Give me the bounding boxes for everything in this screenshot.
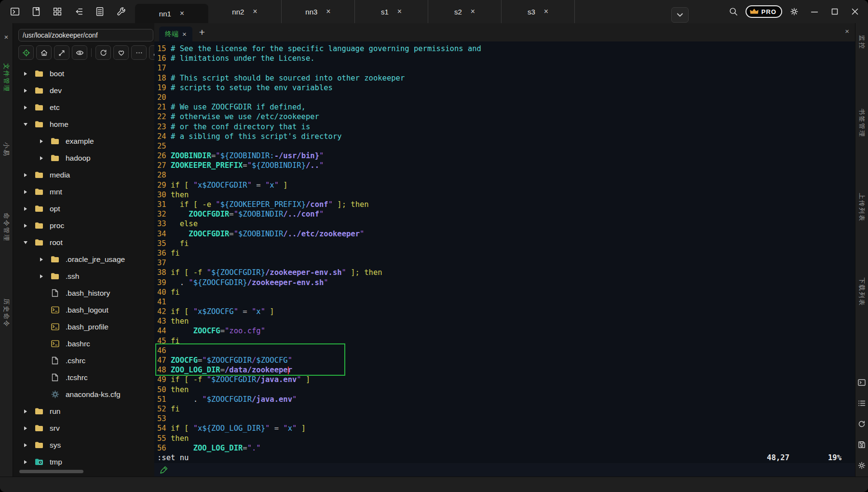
tree-expand-arrow[interactable] bbox=[39, 139, 44, 143]
minimize-button[interactable] bbox=[806, 3, 823, 20]
session-tab-s1[interactable]: s1× bbox=[355, 0, 428, 23]
session-tab-nn3[interactable]: nn3× bbox=[282, 0, 355, 23]
tree-expand-arrow[interactable] bbox=[23, 460, 28, 464]
sidebar-item-小易[interactable]: 小易 bbox=[2, 142, 11, 157]
refresh-button[interactable] bbox=[95, 45, 111, 60]
close-tab-icon[interactable]: × bbox=[326, 7, 330, 16]
tree-item-.bash_logout[interactable]: .bash_logout bbox=[13, 301, 154, 318]
locate-button[interactable] bbox=[18, 45, 34, 60]
tree-item-dev[interactable]: dev bbox=[13, 82, 154, 99]
tree-item-srv[interactable]: srv bbox=[13, 420, 154, 437]
session-tab-s3[interactable]: s3× bbox=[502, 0, 575, 23]
more-button[interactable] bbox=[131, 45, 147, 60]
tree-item-.oracle_jre_usage[interactable]: .oracle_jre_usage bbox=[13, 251, 154, 268]
tree-item-home[interactable]: home bbox=[13, 116, 154, 133]
code-segment: fi bbox=[171, 249, 180, 258]
list-button[interactable] bbox=[857, 399, 866, 408]
tree-expand-arrow[interactable] bbox=[39, 258, 44, 261]
sidebar-item-书签管理[interactable]: 书签管理 bbox=[857, 109, 866, 137]
settings-button[interactable] bbox=[786, 3, 802, 20]
close-sidebar-icon[interactable]: × bbox=[4, 33, 9, 41]
line-number: 34 bbox=[157, 229, 166, 239]
tree-item-boot[interactable]: boot bbox=[13, 65, 154, 82]
new-terminal-tab-button[interactable]: + bbox=[199, 27, 205, 38]
tree-expand-arrow[interactable] bbox=[23, 106, 28, 109]
path-input[interactable] bbox=[18, 29, 153, 41]
refresh-button[interactable] bbox=[857, 420, 866, 428]
collapse-tree-button[interactable] bbox=[70, 3, 87, 20]
tab-overflow-button[interactable] bbox=[671, 7, 689, 23]
sidebar-item-下载列表[interactable]: 下载列表 bbox=[857, 277, 866, 306]
maximize-button[interactable] bbox=[827, 3, 843, 20]
eye-button[interactable] bbox=[72, 45, 87, 60]
tree-item-example[interactable]: example bbox=[13, 133, 154, 150]
tree-item-.bash_profile[interactable]: .bash_profile bbox=[13, 318, 154, 335]
connect-button[interactable] bbox=[54, 45, 69, 60]
tree-expand-arrow[interactable] bbox=[23, 123, 28, 126]
close-tab-icon[interactable]: × bbox=[253, 7, 257, 16]
tree-expand-arrow[interactable] bbox=[23, 89, 28, 93]
heart-button[interactable] bbox=[113, 45, 129, 60]
search-button[interactable] bbox=[725, 3, 742, 20]
tree-expand-arrow[interactable] bbox=[23, 72, 28, 76]
close-terminal-panel-icon[interactable]: × bbox=[845, 27, 849, 35]
tree-item-mnt[interactable]: mnt bbox=[13, 183, 154, 200]
tree-item-anaconda-ks.cfg[interactable]: anaconda-ks.cfg bbox=[13, 386, 154, 403]
close-terminal-tab-icon[interactable]: × bbox=[182, 30, 187, 38]
tree-item-proc[interactable]: proc bbox=[13, 217, 154, 234]
tree-item-.ssh[interactable]: .ssh bbox=[13, 268, 154, 285]
tree-expand-arrow[interactable] bbox=[23, 241, 28, 244]
close-tab-icon[interactable]: × bbox=[397, 7, 402, 16]
session-tab-nn1[interactable]: nn1× bbox=[135, 4, 208, 23]
tree-item-root[interactable]: root bbox=[13, 234, 154, 251]
tree-item-hadoop[interactable]: hadoop bbox=[13, 150, 154, 166]
tree-item-media[interactable]: media bbox=[13, 166, 154, 183]
sidebar-item-命令管理[interactable]: 命令管理 bbox=[2, 213, 11, 242]
sidebar-item-上传列表[interactable]: 上传列表 bbox=[857, 193, 866, 222]
horizontal-scrollbar[interactable] bbox=[13, 470, 154, 474]
tree-item-.bashrc[interactable]: .bashrc bbox=[13, 335, 154, 352]
layout-button[interactable] bbox=[49, 3, 66, 20]
terminal-small-button[interactable] bbox=[857, 378, 866, 387]
tree-item-.tcshrc[interactable]: .tcshrc bbox=[13, 369, 154, 386]
tree-expand-arrow[interactable] bbox=[23, 173, 28, 177]
home-button[interactable] bbox=[36, 45, 52, 60]
server-list-button[interactable] bbox=[92, 3, 108, 20]
terminal-output[interactable]: 15# See the License for the specific lan… bbox=[154, 41, 855, 463]
bookmark-button[interactable] bbox=[28, 3, 44, 20]
tree-item-etc[interactable]: etc bbox=[13, 99, 154, 116]
sidebar-item-文件管理[interactable]: 文件管理 bbox=[2, 63, 11, 92]
pro-badge[interactable]: PRO bbox=[746, 5, 782, 18]
terminal-tab[interactable]: 终端 × bbox=[159, 27, 192, 41]
sidebar-item-历史命令[interactable]: 历史命令 bbox=[2, 299, 11, 328]
sidebar-item-监控[interactable]: 监控 bbox=[857, 35, 866, 50]
code-segment: fi bbox=[171, 337, 180, 345]
tree-expand-arrow[interactable] bbox=[23, 190, 28, 194]
tree-expand-arrow[interactable] bbox=[23, 443, 28, 447]
tree-expand-arrow[interactable] bbox=[23, 224, 28, 228]
tree-expand-arrow[interactable] bbox=[39, 156, 44, 160]
code-segment: # This script should be sourced into oth… bbox=[171, 74, 405, 82]
tree-item-tmp[interactable]: tmp bbox=[13, 453, 154, 470]
close-window-button[interactable] bbox=[847, 3, 863, 20]
close-tab-icon[interactable]: × bbox=[180, 9, 184, 18]
gear-button[interactable] bbox=[857, 461, 866, 470]
tree-item-.bash_history[interactable]: .bash_history bbox=[13, 285, 154, 301]
tree-item-sys[interactable]: sys bbox=[13, 437, 154, 453]
save-button[interactable] bbox=[857, 440, 866, 449]
tree-item-.cshrc[interactable]: .cshrc bbox=[13, 352, 154, 369]
scrollbar-thumb[interactable] bbox=[19, 470, 83, 473]
terminal-button[interactable] bbox=[7, 3, 23, 20]
tree-item-opt[interactable]: opt bbox=[13, 200, 154, 217]
close-tab-icon[interactable]: × bbox=[471, 7, 475, 16]
tree-expand-arrow[interactable] bbox=[23, 426, 28, 430]
tree-expand-arrow[interactable] bbox=[23, 207, 28, 211]
tree-expand-arrow[interactable] bbox=[39, 274, 44, 278]
tree-expand-arrow[interactable] bbox=[23, 410, 28, 413]
tree-item-run[interactable]: run bbox=[13, 403, 154, 420]
wrench-button[interactable] bbox=[113, 3, 129, 20]
session-tab-s2[interactable]: s2× bbox=[428, 0, 502, 23]
session-tab-nn2[interactable]: nn2× bbox=[208, 0, 282, 23]
terminal-footer bbox=[154, 463, 855, 477]
close-tab-icon[interactable]: × bbox=[544, 7, 548, 16]
